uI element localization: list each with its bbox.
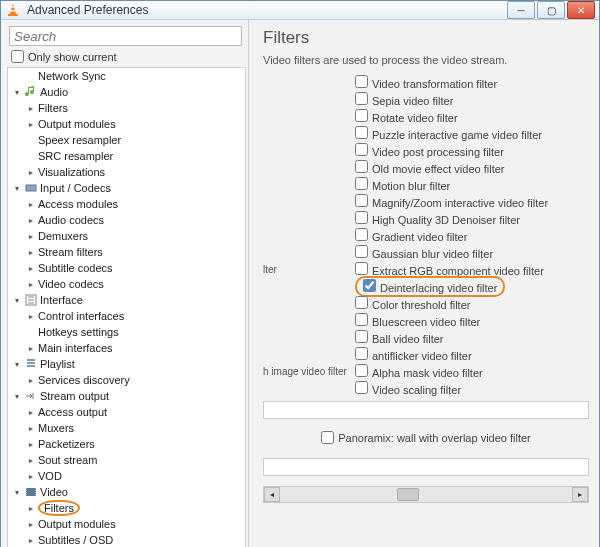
tree-item[interactable]: ▸Video codecs: [8, 276, 245, 292]
tree-item[interactable]: ▸Subtitles / OSD: [8, 532, 245, 547]
expand-icon[interactable]: ▸: [26, 231, 36, 241]
minimize-button[interactable]: ─: [507, 1, 535, 19]
category-tree[interactable]: Network Sync▾Audio▸Filters▸Output module…: [7, 67, 246, 547]
tree-item[interactable]: ▾Input / Codecs: [8, 180, 245, 196]
expand-icon[interactable]: ▸: [26, 343, 36, 353]
tree-item[interactable]: ▾Playlist: [8, 356, 245, 372]
expand-icon[interactable]: ▸: [26, 247, 36, 257]
expand-icon[interactable]: ▸: [26, 311, 36, 321]
filter-row[interactable]: Magnify/Zoom interactive video filter: [263, 193, 589, 210]
tree-item[interactable]: ▸Filters: [8, 500, 245, 516]
tree-item[interactable]: ▾Interface: [8, 292, 245, 308]
tree-item[interactable]: Hotkeys settings: [8, 324, 245, 340]
tree-item[interactable]: ▾Audio: [8, 84, 245, 100]
text-field-2[interactable]: [263, 458, 589, 476]
scroll-left-button[interactable]: ◂: [264, 487, 280, 502]
filter-checkbox[interactable]: [355, 109, 368, 122]
horizontal-scrollbar[interactable]: ◂ ▸: [263, 486, 589, 503]
expand-icon[interactable]: ▸: [26, 103, 36, 113]
filter-row[interactable]: Ball video filter: [263, 329, 589, 346]
expand-icon[interactable]: ▸: [26, 375, 36, 385]
only-show-checkbox[interactable]: [11, 50, 24, 63]
collapse-icon[interactable]: ▾: [12, 359, 22, 369]
filter-checkbox[interactable]: [363, 279, 376, 292]
filter-checkbox[interactable]: [355, 330, 368, 343]
tree-item[interactable]: ▸Visualizations: [8, 164, 245, 180]
expand-icon[interactable]: ▸: [26, 535, 36, 545]
collapse-icon[interactable]: ▾: [12, 183, 22, 193]
filter-row[interactable]: Old movie effect video filter: [263, 159, 589, 176]
expand-icon[interactable]: ▸: [26, 199, 36, 209]
tree-item[interactable]: ▸Demuxers: [8, 228, 245, 244]
expand-icon[interactable]: ▸: [26, 263, 36, 273]
close-button[interactable]: ✕: [567, 1, 595, 19]
filter-checkbox[interactable]: [355, 228, 368, 241]
filter-row[interactable]: Video transformation filter: [263, 74, 589, 91]
expand-icon[interactable]: ▸: [26, 455, 36, 465]
collapse-icon[interactable]: ▾: [12, 87, 22, 97]
filter-checkbox[interactable]: [355, 160, 368, 173]
filter-row[interactable]: Video scaling filter: [263, 380, 589, 397]
tree-item[interactable]: ▸Audio codecs: [8, 212, 245, 228]
filter-row[interactable]: Puzzle interactive game video filter: [263, 125, 589, 142]
tree-item[interactable]: ▸Control interfaces: [8, 308, 245, 324]
expand-icon[interactable]: ▸: [26, 407, 36, 417]
expand-icon[interactable]: ▸: [26, 119, 36, 129]
tree-item[interactable]: ▸Filters: [8, 100, 245, 116]
filter-row[interactable]: Gaussian blur video filter: [263, 244, 589, 261]
text-field-1[interactable]: [263, 401, 589, 419]
filter-row[interactable]: h image video filterAlpha mask video fil…: [263, 363, 589, 380]
filter-row[interactable]: Video post processing filter: [263, 142, 589, 159]
filter-checkbox[interactable]: [355, 296, 368, 309]
filter-checkbox[interactable]: [355, 75, 368, 88]
tree-item[interactable]: Network Sync: [8, 68, 245, 84]
tree-item[interactable]: ▾Video: [8, 484, 245, 500]
scroll-right-button[interactable]: ▸: [572, 487, 588, 502]
panoramix-row[interactable]: Panoramix: wall with overlap video filte…: [263, 429, 589, 446]
tree-item[interactable]: ▸Muxers: [8, 420, 245, 436]
tree-item[interactable]: ▸Stream filters: [8, 244, 245, 260]
tree-item[interactable]: ▸Packetizers: [8, 436, 245, 452]
filter-checkbox[interactable]: [355, 126, 368, 139]
tree-item[interactable]: SRC resampler: [8, 148, 245, 164]
maximize-button[interactable]: ▢: [537, 1, 565, 19]
filter-checkbox[interactable]: [355, 245, 368, 258]
tree-item[interactable]: Speex resampler: [8, 132, 245, 148]
tree-item[interactable]: ▸Sout stream: [8, 452, 245, 468]
scroll-track[interactable]: [280, 487, 572, 502]
collapse-icon[interactable]: ▾: [12, 487, 22, 497]
filter-checkbox[interactable]: [355, 211, 368, 224]
filter-checkbox[interactable]: [355, 347, 368, 360]
tree-item[interactable]: ▸Main interfaces: [8, 340, 245, 356]
filter-checkbox[interactable]: [355, 177, 368, 190]
expand-icon[interactable]: ▸: [26, 167, 36, 177]
tree-item[interactable]: ▸Output modules: [8, 116, 245, 132]
expand-icon[interactable]: ▸: [26, 215, 36, 225]
filter-row[interactable]: antiflicker video filter: [263, 346, 589, 363]
collapse-icon[interactable]: ▾: [12, 295, 22, 305]
filter-row[interactable]: Sepia video filter: [263, 91, 589, 108]
tree-item[interactable]: ▸Access modules: [8, 196, 245, 212]
tree-item[interactable]: ▸Access output: [8, 404, 245, 420]
search-input[interactable]: [9, 26, 242, 46]
collapse-icon[interactable]: ▾: [12, 391, 22, 401]
filter-checkbox[interactable]: [355, 194, 368, 207]
tree-item[interactable]: ▸Services discovery: [8, 372, 245, 388]
filter-row[interactable]: Rotate video filter: [263, 108, 589, 125]
filter-checkbox[interactable]: [355, 381, 368, 394]
filter-row[interactable]: Gradient video filter: [263, 227, 589, 244]
filter-row[interactable]: Bluescreen video filter: [263, 312, 589, 329]
expand-icon[interactable]: ▸: [26, 439, 36, 449]
filter-row[interactable]: High Quality 3D Denoiser filter: [263, 210, 589, 227]
tree-item[interactable]: ▾Stream output: [8, 388, 245, 404]
filter-row[interactable]: Color threshold filter: [263, 295, 589, 312]
expand-icon[interactable]: ▸: [26, 503, 36, 513]
panoramix-checkbox[interactable]: [321, 431, 334, 444]
filter-checkbox[interactable]: [355, 262, 368, 275]
expand-icon[interactable]: ▸: [26, 471, 36, 481]
expand-icon[interactable]: ▸: [26, 519, 36, 529]
expand-icon[interactable]: ▸: [26, 279, 36, 289]
scroll-thumb[interactable]: [397, 488, 419, 501]
tree-item[interactable]: ▸Subtitle codecs: [8, 260, 245, 276]
filter-checkbox[interactable]: [355, 92, 368, 105]
